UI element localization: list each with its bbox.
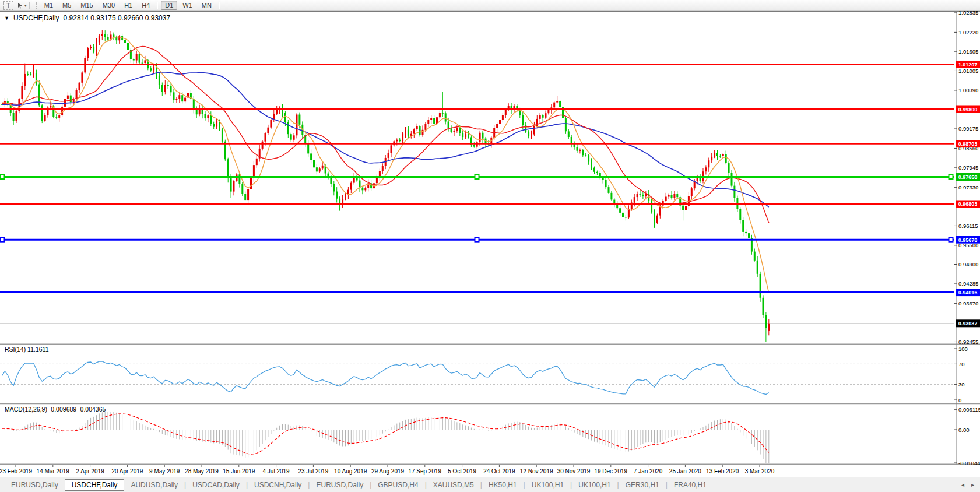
price-axis-tick: 1.01005 [958,68,978,74]
date-axis-label: 20 Apr 2019 [111,468,143,475]
date-axis-label: 5 Oct 2019 [448,468,476,475]
timeframe-button-h4[interactable]: H4 [138,1,154,10]
line-drag-handle[interactable] [1,238,5,242]
price-axis-badges: 1.012070.998000.987030.976580.968030.956… [956,61,980,327]
date-axis-label: 29 Aug 2019 [371,468,405,475]
tab-usdchf-daily-1[interactable]: USDCHF,Daily [65,479,125,491]
tab-hk50-h1-8[interactable]: HK50,H1 [482,479,524,491]
date-axis-label: 12 Nov 2019 [520,468,553,475]
cursor-arrow-icon [17,2,23,9]
price-axis-tick: 0.97330 [958,184,978,191]
toolbar-separator [29,2,30,9]
tab-audusd-daily-2[interactable]: AUDUSD,Daily [124,479,184,491]
macd-histogram [2,412,769,463]
horizontal-level-lines[interactable] [0,64,954,292]
line-drag-handle[interactable] [475,175,479,179]
tab-ger30-h1-11[interactable]: GER30,H1 [619,479,666,491]
line-drag-handle[interactable] [949,175,953,179]
tab-usdcad-daily-3[interactable]: USDCAD,Daily [186,479,246,491]
line-drag-handle[interactable] [475,238,479,242]
date-axis-label: 2 Apr 2019 [76,468,104,475]
macd-panel [2,412,769,463]
macd-signal-line [2,414,769,454]
date-axis-label: 15 Jun 2019 [223,468,255,475]
rsi-indicator-label: RSI(14) 11.1611 [5,346,49,353]
date-axis-label: 4 Jul 2019 [263,468,290,475]
price-axis-tick: 0.92455 [958,339,978,345]
price-axis-tick: 1.00390 [958,87,978,93]
tab-xauusd-m5-7[interactable]: XAUUSD,M5 [427,479,480,491]
price-badge: 0.99800 [958,107,978,113]
tab-uk100-h1-9[interactable]: UK100,H1 [525,479,570,491]
top-toolbar: T ▾ M1M5M15M30H1H4D1W1MN [0,0,980,11]
date-axis-label: 25 Jan 2020 [669,468,701,475]
macd-axis-tick: 0.006115 [958,406,980,413]
indicator-axis[interactable]: 100703000.0061150.00-0.010441 [954,346,980,466]
tab-scroll-arrows: ◂ ▸ [961,482,974,488]
date-axis-label: 14 Mar 2019 [37,468,70,475]
price-axis-tick: 1.02220 [958,29,978,36]
price-axis-tick: 0.99175 [958,125,978,132]
timeframe-button-m30[interactable]: M30 [99,1,119,10]
timeframe-button-h1[interactable]: H1 [120,1,136,10]
text-tool-button[interactable]: T [3,1,13,10]
tab-fra40-h1-12[interactable]: FRA40,H1 [668,479,713,491]
rsi-axis-tick: 70 [958,361,965,367]
tab-usdcnh-daily-4[interactable]: USDCNH,Daily [248,479,308,491]
price-badge: 0.96803 [958,201,978,207]
price-axis-tick: 0.96115 [958,223,978,229]
line-drag-handle[interactable] [1,175,5,179]
chart-symbol-label: USDCHF,Daily [13,14,59,22]
tab-gbpusd-h4-6[interactable]: GBPUSD,H4 [371,479,424,491]
rsi-axis-tick: 30 [958,381,965,388]
rsi-panel [0,361,954,395]
price-badge: 0.93037 [958,321,978,326]
line-drag-handle[interactable] [949,238,953,242]
toolbar-drag-handle[interactable] [36,2,37,9]
panel-separators [0,11,980,477]
date-axis-label: 24 Oct 2019 [483,468,515,475]
macd-axis-tick: -0.010441 [958,460,980,466]
date-axis[interactable]: 23 Feb 201914 Mar 20192 Apr 201920 Apr 2… [0,465,775,475]
date-axis-label: 13 Feb 2020 [706,468,739,475]
macd-axis-tick: 0.00 [958,427,970,433]
tab-eurusd-daily-5[interactable]: EURUSD,Daily [310,479,370,491]
rsi-axis-tick: 0 [958,397,961,403]
rsi-line [2,361,769,395]
timeframe-button-mn[interactable]: MN [198,1,216,10]
tab-scroll-right-icon[interactable]: ▸ [971,482,974,488]
cursor-tools-button[interactable]: ▾ [17,2,27,9]
collapse-triangle-icon[interactable]: ▼ [4,16,9,21]
tab-uk100-h1-10[interactable]: UK100,H1 [572,479,617,491]
macd-indicator-label: MACD(12,26,9) -0.009689 -0.004365 [5,406,106,413]
timeframe-button-m5[interactable]: M5 [58,1,75,10]
price-axis-tick: 0.94900 [958,261,978,268]
price-badge: 0.98703 [958,141,978,147]
timeframe-button-d1[interactable]: D1 [161,1,177,10]
timeframe-button-m1[interactable]: M1 [40,1,57,10]
price-badge: 0.94016 [958,290,978,296]
date-axis-label: 7 Jan 2020 [634,468,663,475]
toolbar-separator [219,2,220,9]
price-badge: 0.95678 [958,237,978,243]
timeframe-button-m15[interactable]: M15 [76,1,97,10]
price-chart-svg[interactable]: 1.028351.022201.016051.010051.003900.991… [0,0,980,492]
tab-eurusd-daily-0[interactable]: EURUSD,Daily [5,479,65,491]
date-axis-label: 30 Nov 2019 [557,468,591,475]
toolbar-separator [157,2,158,9]
date-axis-label: 3 Mar 2020 [745,468,775,475]
price-axis-tick: 0.94285 [958,280,978,287]
price-axis-tick: 0.97945 [958,164,978,171]
price-axis-tick: 0.93670 [958,300,978,307]
price-badge: 1.01207 [958,62,978,68]
date-axis-label: 28 May 2019 [185,468,219,475]
date-axis-label: 23 Jul 2019 [298,468,329,475]
tab-scroll-left-icon[interactable]: ◂ [961,482,964,488]
price-badge: 0.97658 [958,174,978,180]
price-axis-tick: 1.01605 [958,48,978,55]
timeframe-button-w1[interactable]: W1 [178,1,196,10]
date-axis-label: 19 Dec 2019 [594,468,627,475]
chart-title: ▼ USDCHF,Daily 0.92814 0.93175 0.92660 0… [4,14,170,22]
date-axis-label: 10 Aug 2019 [334,468,367,475]
chart-ohlc-values: 0.92814 0.93175 0.92660 0.93037 [64,14,171,22]
